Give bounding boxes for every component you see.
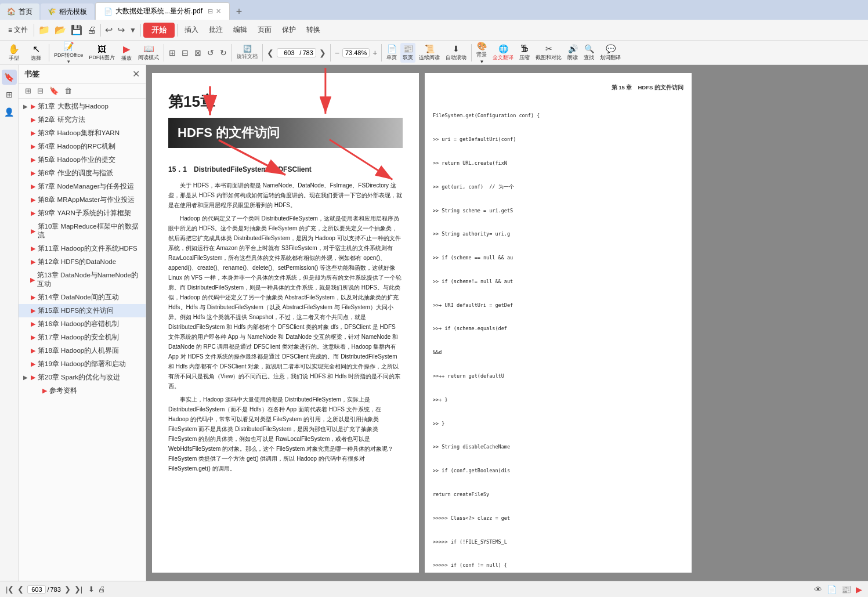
edit-menu[interactable]: 编辑	[229, 24, 252, 36]
view-grid-btn1[interactable]: ⊞	[167, 47, 178, 59]
tab-template[interactable]: 🌾 稻壳模板	[41, 3, 94, 20]
status-play-btn[interactable]: ▶	[856, 585, 862, 594]
background-btn[interactable]: 🎨 背景 ▼	[474, 40, 489, 66]
sidebar-bookmark-btn[interactable]: 🔖	[2, 70, 17, 85]
read-mode-label: 阅读模式	[138, 54, 159, 61]
auto-scroll-btn[interactable]: ⬇ 自动滚动	[443, 43, 469, 63]
status-save-btn[interactable]: ⬇	[88, 585, 95, 594]
pdf-image-icon: 🖼	[97, 44, 106, 54]
bookmark-ch20[interactable]: ▶ ▶ 第20章 Spark的优化与改进	[19, 371, 146, 384]
tab-add-button[interactable]: +	[231, 3, 247, 20]
bookmark-ch4[interactable]: ▶ 第4章 Hadoop的RPC机制	[19, 140, 146, 153]
sidebar-annotation-btn[interactable]: 👤	[2, 104, 17, 120]
redo-btn[interactable]: ↪	[115, 23, 126, 37]
page-icon-ch6: ▶	[31, 169, 35, 177]
bookmark-ch11[interactable]: ▶ 第11章 Hadoop的文件系统HDFS	[19, 242, 146, 255]
pdf-tab-minimize[interactable]: ⊟	[208, 8, 213, 15]
tts-btn[interactable]: 🔊 朗读	[565, 43, 580, 63]
zoom-in-btn[interactable]: +	[371, 48, 379, 57]
menu-button[interactable]: ≡ 文件	[5, 24, 31, 36]
status-next-btn[interactable]: ❯	[64, 585, 71, 594]
bookmark-ch6[interactable]: ▶ 第6章 作业的调度与指派	[19, 167, 146, 180]
file-menu[interactable]: 文件	[14, 25, 28, 35]
status-first-page-btn[interactable]: |❮	[6, 585, 14, 594]
status-double-page-btn[interactable]: 📰	[841, 585, 851, 594]
start-button[interactable]: 开始	[143, 23, 175, 38]
find-btn[interactable]: 🔍 查找	[581, 43, 596, 63]
print-btn[interactable]: 🖨	[85, 24, 98, 37]
compress-btn[interactable]: 🗜 压缩	[517, 43, 532, 63]
single-page-btn[interactable]: 📄 单页	[384, 43, 399, 63]
bookmark-ch2[interactable]: ▶ 第2章 研究方法	[19, 113, 146, 126]
page-menu[interactable]: 页面	[253, 24, 276, 36]
bookmark-delete-btn[interactable]: 🗑	[63, 85, 74, 96]
page-current-input[interactable]	[280, 49, 298, 56]
bookmark-ch3[interactable]: ▶ 第3章 Hadoop集群和YARN	[19, 126, 146, 140]
rotate-right-btn[interactable]: ↻	[218, 47, 229, 59]
pdf-tab-close[interactable]: ✕	[216, 8, 221, 15]
play-btn[interactable]: ▶ 播放	[118, 42, 135, 63]
bookmark-ch8[interactable]: ▶ 第8章 MRAppMaster与作业投运	[19, 193, 146, 207]
next-page-btn[interactable]: ❯	[317, 48, 328, 57]
pdf-to-image-btn[interactable]: 🖼 PDF转图片	[86, 43, 117, 63]
select-tool-btn[interactable]: ↖ 选择	[26, 42, 46, 63]
bookmark-ch18[interactable]: ▶ 第18章 Hadoop的人机界面	[19, 344, 146, 357]
rotate-doc-btn[interactable]: 🔄 旋转文档	[234, 44, 260, 61]
open-file-btn[interactable]: 📂	[53, 23, 68, 37]
view-grid-btn3[interactable]: ⊠	[192, 47, 204, 59]
protect-menu[interactable]: 保护	[277, 24, 301, 36]
sidebar-thumbnail-btn[interactable]: ⊞	[2, 87, 17, 102]
bookmark-ch5[interactable]: ▶ 第5章 Hadoop作业的提交	[19, 153, 146, 167]
continuous-read-btn[interactable]: 📜 连续阅读	[417, 43, 442, 63]
separator-tools-4	[262, 44, 263, 61]
translate-btn[interactable]: 🌐 全文翻译	[490, 43, 516, 63]
bookmark-ch1[interactable]: ▶ ▶ 第1章 大数据与Hadoop	[19, 100, 146, 113]
bookmark-ch9[interactable]: ▶ 第9章 YARN子系统的计算框架	[19, 207, 146, 220]
bookmark-ch13[interactable]: ▶ 第13章 DataNode与NameNode的互动	[19, 269, 146, 291]
bookmark-ch15[interactable]: ▶ 第15章 HDFS的文件访问	[19, 304, 146, 317]
separator-tools-3	[232, 44, 232, 61]
rotate-left-btn[interactable]: ↺	[205, 47, 216, 59]
bookmark-ch16[interactable]: ▶ 第16章 Hadoop的容错机制	[19, 317, 146, 331]
background-dropdown[interactable]: ▼	[479, 59, 484, 64]
bookmark-ch12[interactable]: ▶ 第12章 HDFS的DataNode	[19, 255, 146, 269]
pdf-to-office-btn[interactable]: 📝 PDF转Office ▼	[52, 40, 85, 66]
bookmark-close-btn[interactable]: ✕	[132, 68, 140, 79]
view-grid-btn2[interactable]: ⊟	[179, 47, 191, 59]
bookmark-ch17[interactable]: ▶ 第17章 Hadoop的安全机制	[19, 331, 146, 344]
save-btn[interactable]: 💾	[69, 23, 84, 37]
tab-home[interactable]: 🏠 首页	[0, 3, 39, 20]
bookmark-add-btn[interactable]: 🔖	[48, 85, 60, 96]
read-mode-btn[interactable]: 📖 阅读模式	[136, 42, 161, 63]
new-file-btn[interactable]: 📁	[37, 23, 52, 37]
expand-all-btn[interactable]: ⊞	[23, 85, 33, 96]
tab-pdf[interactable]: 📄 大数据处理系统...量分析.pdf ⊟ ✕	[95, 2, 230, 20]
eye-icon[interactable]: 👁	[814, 585, 822, 594]
word-translate-btn[interactable]: 💬 划词翻译	[598, 43, 623, 63]
zoom-out-btn[interactable]: −	[333, 48, 341, 57]
double-page-btn[interactable]: 📰 双页	[400, 43, 415, 63]
code-line-20: >>>>> if (conf != null) {	[433, 562, 683, 570]
insert-menu[interactable]: 插入	[180, 24, 203, 36]
status-single-page-btn[interactable]: 📄	[827, 585, 837, 594]
collapse-all-btn[interactable]: ⊟	[35, 85, 45, 96]
hand-tool-btn[interactable]: ✋ 手型	[3, 42, 24, 63]
bookmark-ch7[interactable]: ▶ 第7章 NodeManager与任务投运	[19, 180, 146, 193]
annotate-menu[interactable]: 批注	[204, 24, 227, 36]
prev-page-btn[interactable]: ❮	[265, 48, 276, 57]
status-print-btn[interactable]: 🖨	[98, 585, 106, 594]
undo-btn[interactable]: ↩	[103, 23, 114, 37]
compress-icon: 🗜	[520, 44, 529, 53]
status-prev-btn[interactable]: ❮	[17, 585, 24, 594]
bookmark-ch14[interactable]: ▶ 第14章 DataNode间的互动	[19, 291, 146, 304]
status-page-input[interactable]	[27, 585, 46, 594]
pdf-office-dropdown[interactable]: ▼	[66, 59, 71, 64]
pdf-office-label: PDF转Office	[54, 52, 83, 59]
screenshot-btn[interactable]: ✂ 截图和对比	[533, 43, 564, 63]
status-last-page-btn[interactable]: ❯|	[74, 585, 82, 594]
bookmark-ch10[interactable]: ▶ 第10章 MapReduce框架中的数据流	[19, 220, 146, 242]
more-btn[interactable]: ▼	[128, 25, 138, 35]
bookmark-ch19[interactable]: ▶ 第19章 Hadoop的部署和启动	[19, 357, 146, 371]
bookmark-ref[interactable]: ▶ 参考资料	[19, 384, 146, 397]
convert-menu[interactable]: 转换	[302, 24, 325, 36]
